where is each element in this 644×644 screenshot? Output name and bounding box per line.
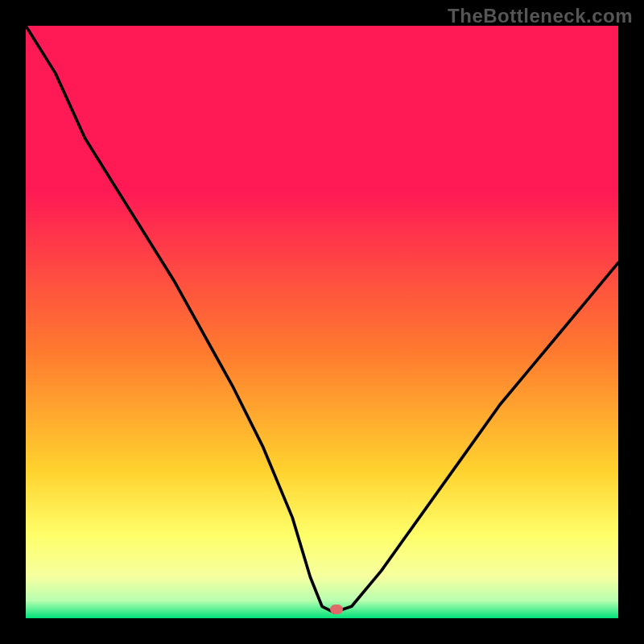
watermark-text: TheBottleneck.com bbox=[448, 5, 633, 27]
optimal-point-marker bbox=[330, 605, 343, 614]
chart-frame: TheBottleneck.com bbox=[0, 0, 644, 644]
plot-area bbox=[26, 26, 618, 618]
bottleneck-curve bbox=[26, 26, 618, 618]
